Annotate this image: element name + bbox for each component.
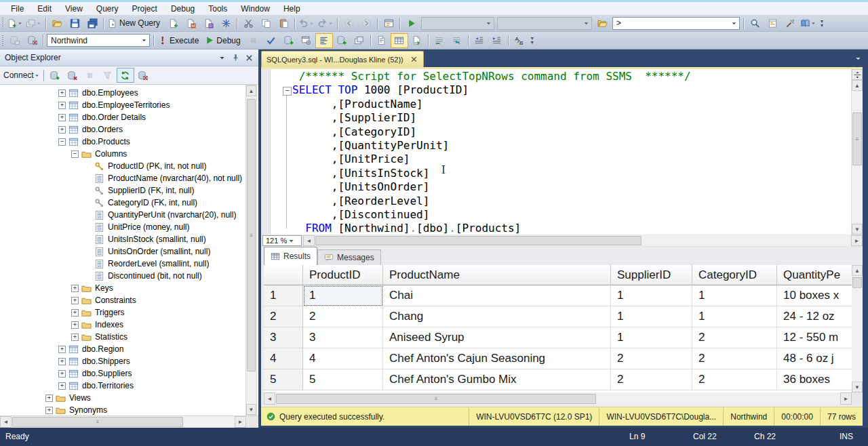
tree-expander[interactable]: +	[58, 114, 66, 121]
tree-item[interactable]: ProductID (PK, int, not null)	[0, 160, 245, 172]
chevron-down-icon[interactable]	[484, 18, 494, 29]
toolbar-options-chevron[interactable]: ▾▾	[818, 18, 826, 28]
code-line[interactable]: ,[CategoryID]	[261, 125, 851, 139]
menu-file[interactable]: File	[4, 3, 31, 14]
tree-item[interactable]: Discontinued (bit, not null)	[0, 270, 245, 282]
stop-icon[interactable]	[245, 33, 262, 48]
tree-item[interactable]: +dbo.Region	[0, 343, 245, 355]
close-tab-icon[interactable]	[410, 55, 418, 64]
grid-cell[interactable]: 1	[611, 285, 692, 306]
tree-item[interactable]: +dbo.Order Details	[0, 111, 245, 123]
toolbar-combo-2[interactable]	[497, 17, 592, 30]
menu-query[interactable]: Query	[90, 3, 125, 14]
chevron-down-icon[interactable]	[36, 16, 42, 30]
cut-icon[interactable]	[239, 16, 257, 31]
grid-row-header[interactable]: 1	[264, 285, 303, 306]
toolbar-grip[interactable]	[2, 35, 3, 46]
navigate-backward-icon[interactable]	[340, 16, 357, 31]
code-line[interactable]: ,[UnitsInStock]	[261, 167, 851, 180]
grid-cell[interactable]: 2	[692, 327, 777, 348]
grid-cell[interactable]: 1	[692, 306, 777, 327]
template-parameters-icon[interactable]: AB	[511, 33, 528, 48]
grid-row-header[interactable]: 5	[264, 369, 303, 390]
grid-row-header[interactable]: 2	[264, 306, 303, 327]
tree-expander[interactable]: +	[58, 370, 66, 378]
grid-cell[interactable]: 10 boxes x	[777, 285, 852, 306]
remove-connection-icon[interactable]	[134, 68, 152, 83]
grid-column-header[interactable]: SupplierID	[611, 265, 692, 285]
query-options-icon[interactable]	[298, 33, 315, 48]
chevron-down-icon[interactable]	[17, 16, 23, 30]
menu-view[interactable]: View	[58, 3, 90, 14]
grid-cell[interactable]: 1	[611, 327, 692, 348]
close-icon[interactable]	[245, 54, 254, 62]
tree-expander[interactable]: +	[45, 394, 53, 402]
query-designer-icon[interactable]	[380, 16, 397, 31]
navigate-forward-icon[interactable]	[357, 16, 375, 31]
undo-icon[interactable]	[297, 16, 316, 31]
grid-column-header[interactable]: CategoryID	[692, 265, 777, 285]
tree-item[interactable]: +dbo.EmployeeTerritories	[0, 99, 245, 111]
debug-button[interactable]: Debug	[203, 33, 244, 48]
new-query-button[interactable]: New Query	[106, 16, 164, 31]
execute-button[interactable]: Execute	[156, 33, 203, 48]
menu-edit[interactable]: Edit	[31, 3, 58, 14]
grid-row-header[interactable]: 4	[264, 348, 303, 369]
tree-item[interactable]: CategoryID (FK, int, null)	[0, 197, 245, 209]
tree-expander[interactable]: +	[45, 407, 53, 414]
code-line[interactable]: FROM [Northwind].[dbo].[Products]	[261, 222, 851, 235]
tree-expander[interactable]: +	[58, 346, 66, 353]
include-actual-plan-icon[interactable]	[333, 33, 351, 48]
tree-item[interactable]: SupplierID (FK, int, null)	[0, 184, 245, 197]
results-to-file-icon[interactable]	[408, 33, 426, 48]
outline-collapse-icon[interactable]: −	[283, 87, 292, 96]
grid-cell[interactable]: Chef Anton's Gumbo Mix	[383, 369, 611, 390]
tree-item[interactable]: −dbo.Products	[0, 136, 245, 148]
search-combo[interactable]: >	[612, 17, 740, 30]
menu-window[interactable]: Window	[234, 3, 277, 14]
tree-item[interactable]: −Columns	[0, 148, 245, 160]
menu-project[interactable]: Project	[125, 3, 164, 14]
tree-item[interactable]: +Constraints	[0, 294, 245, 306]
tree-item[interactable]: +dbo.Employees	[0, 87, 245, 99]
code-line[interactable]: ,[UnitsOnOrder]	[261, 180, 851, 194]
tree-item[interactable]: ProductName (nvarchar(40), not null)	[0, 172, 245, 184]
splitter-handle[interactable]	[852, 69, 863, 80]
tree-item[interactable]: UnitsInStock (smallint, null)	[0, 233, 245, 245]
editor-horizontal-scrollbar[interactable]: ◄ ►	[303, 235, 863, 246]
folder-icon[interactable]	[593, 16, 611, 31]
open-file-icon[interactable]	[48, 16, 66, 31]
display-estimated-plan-icon[interactable]	[280, 33, 298, 48]
code-line[interactable]: ,[Discontinued]	[261, 208, 851, 222]
stop-icon[interactable]	[81, 68, 99, 83]
tree-item[interactable]: +Synonyms	[0, 404, 245, 415]
analysis-services-xmla-query-icon[interactable]	[217, 16, 235, 31]
tree-expander[interactable]: +	[71, 321, 79, 329]
tree-item[interactable]: UnitsOnOrder (smallint, null)	[0, 245, 245, 258]
scroll-left-button[interactable]: ◄	[0, 416, 12, 428]
code-line[interactable]: /****** Script for SelectTopNRows comman…	[261, 70, 851, 83]
scroll-thumb[interactable]: ≡	[852, 113, 862, 165]
results-to-text-icon[interactable]	[373, 33, 391, 48]
grid-column-header[interactable]: QuantityPe	[777, 265, 852, 285]
tree-expander[interactable]: −	[58, 138, 66, 146]
tree-expander[interactable]: +	[71, 333, 79, 341]
scroll-right-button[interactable]: ►	[235, 416, 246, 428]
grid-cell[interactable]: 1	[303, 285, 383, 306]
grid-cell[interactable]: Chai	[383, 285, 611, 306]
grid-vertical-scrollbar[interactable]: ▲ ▼	[852, 265, 863, 392]
database-engine-query-icon[interactable]	[164, 16, 182, 31]
comment-lines-icon[interactable]	[431, 33, 448, 48]
grid-cell[interactable]: 2	[611, 348, 692, 369]
grid-row-header[interactable]: 3	[264, 327, 303, 348]
analysis-services-mdx-query-icon[interactable]: M	[182, 16, 199, 31]
chevron-down-icon[interactable]	[139, 35, 149, 46]
results-tab-results[interactable]: Results	[264, 247, 317, 265]
grid-cell[interactable]: 1	[611, 306, 692, 327]
tree-item[interactable]: UnitPrice (money, null)	[0, 221, 245, 233]
tree-item[interactable]: +Views	[0, 392, 245, 404]
filter-icon[interactable]	[99, 68, 117, 83]
scroll-down-button[interactable]: ▼	[852, 382, 863, 392]
tree-item[interactable]: +dbo.Orders	[0, 123, 245, 136]
code-line[interactable]: ,[QuantityPerUnit]	[261, 139, 851, 153]
